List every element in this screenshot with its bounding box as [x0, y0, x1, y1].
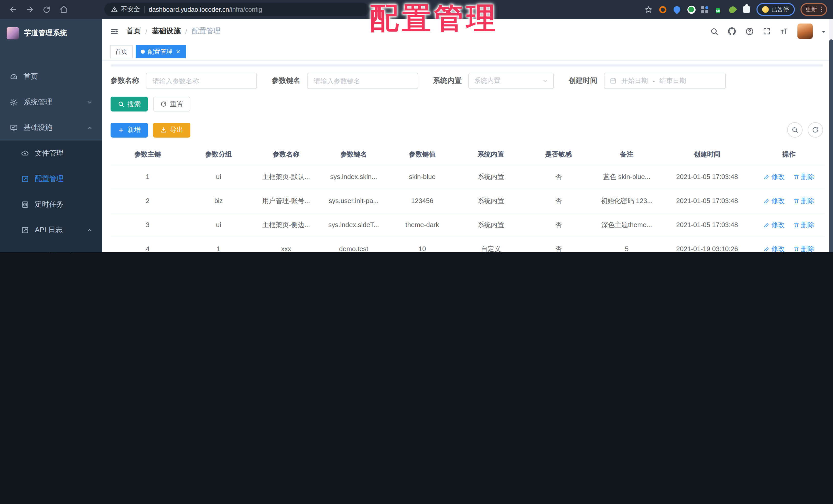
close-icon[interactable]: [175, 49, 181, 54]
horizontal-scroll-track-top[interactable]: [111, 65, 823, 67]
scrollbar-track[interactable]: [829, 19, 833, 252]
sidebar-item-api-log[interactable]: API 日志: [0, 217, 102, 243]
kebab-menu-icon[interactable]: [821, 7, 822, 12]
cell-remark: 5: [592, 237, 661, 252]
delete-link[interactable]: 删除: [793, 172, 814, 181]
sidebar-submenu-infra: 文件管理 配置管理 定时任务 API 日志: [0, 141, 102, 252]
toggle-search-button[interactable]: [787, 122, 803, 137]
breadcrumb: 首页 / 基础设施 / 配置管理: [126, 27, 221, 36]
col-key: 参数键名: [320, 144, 387, 165]
system-builtin-label: 系统内置: [433, 76, 462, 85]
col-remark: 备注: [592, 144, 661, 165]
cell-group: ui: [185, 165, 252, 189]
browser-update-button[interactable]: 更新: [800, 3, 827, 16]
table-row: 3 ui 主框架页-侧边... sys.index.sideT... theme…: [111, 213, 825, 237]
cell-group: biz: [185, 189, 252, 213]
extension-sprout-icon[interactable]: [728, 5, 737, 14]
delete-link[interactable]: 删除: [793, 196, 814, 205]
delete-link[interactable]: 删除: [793, 220, 814, 229]
tag-config[interactable]: 配置管理: [136, 45, 186, 58]
app-logo[interactable]: 芋道管理系统: [0, 19, 102, 48]
param-name-input[interactable]: [146, 73, 257, 89]
breadcrumb-infra[interactable]: 基础设施: [152, 27, 181, 36]
cell-remark: 深色主题theme...: [592, 213, 661, 237]
breadcrumb-home[interactable]: 首页: [126, 27, 141, 36]
extension-ring-icon[interactable]: [658, 5, 667, 14]
question-icon[interactable]: [745, 27, 754, 35]
home-icon[interactable]: [57, 3, 70, 16]
sidebar-item-label: 访问日志: [47, 251, 75, 252]
config-table: 参数主键 参数分组 参数名称 参数键名 参数键值 系统内置 是否敏感 备注 创建…: [111, 144, 825, 252]
sidebar-item-access-log[interactable]: 访问日志: [0, 243, 102, 252]
table-header-row: 参数主键 参数分组 参数名称 参数键名 参数键值 系统内置 是否敏感 备注 创建…: [111, 144, 825, 165]
sidebar-item-system[interactable]: 系统管理: [0, 90, 102, 115]
paused-extension-badge[interactable]: 已暂停: [757, 3, 794, 16]
cell-type: 系统内置: [457, 165, 525, 189]
export-button[interactable]: 导出: [153, 123, 190, 137]
forward-icon[interactable]: [23, 3, 36, 16]
edit-link[interactable]: 修改: [764, 244, 785, 252]
security-indicator[interactable]: 不安全: [111, 5, 140, 14]
add-button[interactable]: 新增: [111, 123, 148, 137]
hamburger-icon[interactable]: [110, 27, 119, 35]
col-sensitive: 是否敏感: [525, 144, 592, 165]
update-label: 更新: [805, 6, 817, 13]
reload-icon[interactable]: [40, 3, 53, 16]
sidebar-item-infra[interactable]: 基础设施: [0, 115, 102, 141]
edit-link[interactable]: 修改: [764, 220, 785, 229]
search-button[interactable]: 搜索: [111, 97, 148, 111]
fullscreen-icon[interactable]: [763, 27, 771, 35]
plus-icon: [118, 127, 124, 133]
tag-home[interactable]: 首页: [110, 45, 133, 58]
edit-link[interactable]: 修改: [764, 172, 785, 181]
table-row: 4 1 xxx demo.test 10 自定义 否 5 2021-01-19 …: [111, 237, 825, 252]
monitor-chart-icon: [10, 124, 18, 132]
app-header: 首页 / 基础设施 / 配置管理: [102, 19, 833, 44]
extension-grid-icon[interactable]: [701, 6, 708, 13]
active-dot-icon: [141, 50, 145, 54]
font-size-icon[interactable]: [780, 27, 789, 35]
reset-button[interactable]: 重置: [153, 97, 190, 111]
table-tools: [787, 122, 823, 137]
extension-cn-icon[interactable]: cn: [714, 6, 722, 13]
col-actions: 操作: [753, 144, 825, 165]
address-bar[interactable]: 不安全 dashboard.yudao.iocoder.cn/infra/con…: [104, 3, 369, 16]
bookmark-star-icon[interactable]: [644, 5, 652, 14]
sidebar-item-label: API 日志: [35, 226, 63, 235]
param-key-input[interactable]: [307, 73, 418, 89]
search-icon[interactable]: [710, 27, 719, 35]
cell-value: theme-dark: [387, 213, 457, 237]
calendar-icon: [610, 77, 617, 84]
scrollbar-thumb[interactable]: [829, 40, 833, 252]
pen-square-icon: [33, 252, 41, 252]
table-row: 2 biz 用户管理-账号... sys.user.init-pa... 123…: [111, 189, 825, 213]
edit-link[interactable]: 修改: [764, 196, 785, 205]
edit-square-icon: [21, 175, 29, 183]
sidebar-item-file[interactable]: 文件管理: [0, 141, 102, 166]
cell-group: 1: [185, 237, 252, 252]
extension-pin-icon[interactable]: [672, 5, 681, 14]
github-icon[interactable]: [727, 27, 737, 36]
back-icon[interactable]: [6, 3, 20, 16]
extension-green-circle-icon[interactable]: [687, 5, 695, 14]
search-icon: [791, 126, 799, 133]
sidebar-item-config[interactable]: 配置管理: [0, 166, 102, 192]
extension-puzzle-icon[interactable]: [742, 5, 751, 14]
system-builtin-select[interactable]: 系统内置: [468, 73, 554, 89]
user-avatar[interactable]: [798, 24, 813, 39]
cell-actions: 修改 删除: [753, 213, 825, 237]
divider: [144, 6, 145, 13]
cell-created: 2021-01-05 17:03:48: [661, 189, 753, 213]
trash-icon: [793, 174, 800, 180]
refresh-table-button[interactable]: [808, 122, 823, 137]
gear-icon: [10, 98, 18, 106]
delete-link[interactable]: 删除: [793, 244, 814, 252]
date-range-picker[interactable]: 开始日期 - 结束日期: [604, 73, 726, 89]
caret-down-icon[interactable]: [822, 30, 826, 34]
url-host: dashboard.yudao.iocoder.cn: [149, 6, 229, 13]
sidebar-item-job[interactable]: 定时任务: [0, 192, 102, 217]
sidebar-item-home[interactable]: 首页: [0, 64, 102, 90]
sidebar-item-label: 定时任务: [35, 200, 64, 209]
download-icon: [160, 127, 167, 133]
search-icon: [118, 101, 124, 107]
